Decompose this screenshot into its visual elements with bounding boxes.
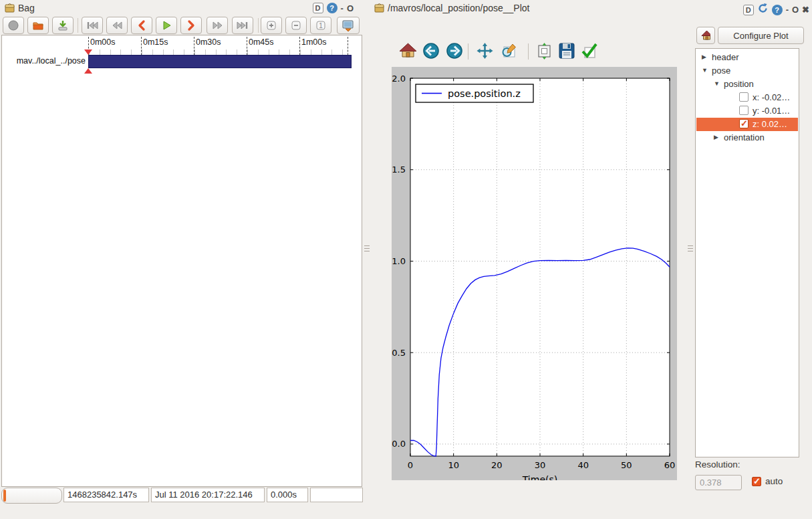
save-button[interactable]	[52, 17, 74, 34]
minimize-button[interactable]: -	[786, 5, 789, 15]
playhead-marker-top[interactable]	[84, 49, 92, 55]
splitter-handle[interactable]	[364, 245, 370, 251]
timeline-tick-label: 0m30s	[196, 37, 221, 47]
checkbox-checked[interactable]	[739, 119, 749, 128]
mpl-save-button[interactable]	[557, 41, 577, 62]
mpl-forward-button[interactable]	[444, 41, 464, 62]
plot-figure[interactable]: 01020304050600.00.51.01.52.0Time(s)pose.…	[392, 67, 677, 480]
thumbnails-icon	[342, 19, 355, 32]
configure-plot-button[interactable]: Configure Plot	[718, 27, 804, 44]
save-floppy-icon	[558, 42, 575, 60]
play-button[interactable]	[156, 17, 177, 34]
playhead-marker-bottom[interactable]	[84, 68, 92, 74]
plot-titlebar: /mavros/local_position/pose__Plot D ? - …	[370, 0, 812, 16]
fast-forward-icon	[211, 19, 224, 31]
skip-to-start-button[interactable]	[82, 17, 103, 34]
plot-window: /mavros/local_position/pose__Plot D ? - …	[370, 0, 812, 505]
rewind-button[interactable]	[106, 17, 128, 34]
fast-forward-button[interactable]	[207, 17, 228, 34]
tree-item-position[interactable]: ▼ position	[696, 78, 798, 91]
timeline-minor-ticks	[89, 49, 351, 55]
zoom-out-button[interactable]	[285, 17, 307, 34]
svg-text:0.0: 0.0	[392, 439, 406, 449]
mpl-home-button[interactable]	[398, 41, 418, 62]
step-back-button[interactable]	[131, 17, 152, 34]
checkbox-unchecked[interactable]	[739, 106, 749, 115]
tree-item-position-x[interactable]: x: -0.02…	[696, 91, 798, 104]
checkbox-unchecked[interactable]	[739, 92, 749, 102]
svg-text:10: 10	[448, 460, 459, 470]
mpl-pan-button[interactable]	[475, 41, 495, 62]
record-icon	[7, 19, 19, 31]
mpl-zoom-rect-button[interactable]	[499, 41, 519, 62]
chevron-right-icon[interactable]: ▶	[714, 134, 718, 140]
tree-item-orientation[interactable]: ▶ orientation	[696, 131, 798, 144]
toolbar-separator	[258, 18, 259, 33]
chevron-down-icon[interactable]: ▼	[702, 67, 708, 74]
zoom-out-icon	[290, 19, 302, 31]
step-forward-button[interactable]	[180, 17, 202, 34]
open-button[interactable]	[27, 17, 49, 34]
chevron-right-icon[interactable]: ▶	[702, 54, 706, 60]
record-button[interactable]	[3, 17, 24, 34]
timeline-tick-label: 1m00s	[301, 37, 327, 47]
save-export-icon	[57, 19, 69, 31]
home-icon	[701, 30, 710, 41]
chevron-left-icon	[136, 19, 148, 31]
timeline-tick-label: 0m45s	[249, 37, 274, 47]
back-arrow-icon	[422, 42, 440, 60]
timeline-tick-label: 0m00s	[90, 37, 116, 47]
skip-to-end-button[interactable]	[232, 17, 253, 34]
forward-arrow-icon	[446, 42, 464, 60]
minimize-button[interactable]: -	[341, 3, 344, 13]
line-chart[interactable]: 01020304050600.00.51.01.52.0Time(s)pose.…	[392, 67, 677, 480]
svg-text:50: 50	[621, 460, 632, 470]
window-title: /mavros/local_position/pose__Plot	[388, 3, 529, 13]
toggle-thumbnails-button[interactable]	[337, 17, 360, 34]
svg-text:2.0: 2.0	[392, 74, 406, 84]
play-icon	[160, 19, 172, 31]
tree-item-header[interactable]: ▶ header	[696, 51, 798, 64]
status-bag-time: 1468235842.147s	[63, 488, 149, 502]
timeline[interactable]: 0m00s 0m15s 0m30s 0m45s 1m00s mav../loca…	[1, 35, 362, 487]
skip-to-start-icon	[86, 19, 99, 31]
svg-text:0.5: 0.5	[392, 348, 406, 358]
timeline-tick-label: 0m15s	[143, 37, 168, 47]
toolbar-separator	[78, 18, 78, 33]
pan-move-icon	[476, 42, 494, 60]
mpl-subplots-button[interactable]	[534, 41, 554, 62]
home-icon	[399, 42, 417, 60]
maximize-button[interactable]: O	[792, 5, 799, 15]
chevron-right-icon	[185, 19, 197, 31]
splitter-handle[interactable]	[688, 245, 693, 251]
bag-statusbar: 1468235842.147s Jul 11 2016 20:17:22.146…	[0, 488, 364, 504]
auto-checkbox[interactable]	[752, 477, 761, 486]
svg-text:20: 20	[491, 460, 503, 470]
configure-subplots-icon	[535, 42, 553, 60]
mpl-back-button[interactable]	[421, 41, 441, 62]
tree-item-pose[interactable]: ▼ pose	[696, 64, 798, 78]
resolution-input[interactable]	[695, 475, 742, 490]
topic-message-bar[interactable]	[88, 55, 352, 68]
dock-button[interactable]: D	[743, 5, 754, 15]
sidebar-home-button[interactable]	[696, 27, 715, 44]
toolbar-separator	[528, 43, 529, 60]
bag-icon	[374, 2, 385, 16]
zoom-reset-button[interactable]: 1	[310, 17, 331, 34]
tree-item-position-y[interactable]: y: -0.01…	[696, 104, 798, 118]
zoom-in-icon	[265, 19, 277, 31]
progress-bar	[1, 488, 62, 504]
help-button[interactable]: ?	[327, 3, 337, 13]
close-button[interactable]: ✖	[802, 5, 809, 15]
chevron-down-icon[interactable]: ▼	[714, 80, 720, 87]
dock-button[interactable]: D	[313, 3, 323, 13]
window-title: Bag	[18, 3, 35, 13]
mpl-autoscale-button[interactable]	[579, 41, 599, 62]
svg-text:40: 40	[577, 460, 589, 470]
svg-text:1.0: 1.0	[392, 256, 406, 266]
reload-button[interactable]	[757, 3, 769, 17]
zoom-in-button[interactable]	[261, 17, 282, 34]
tree-item-position-z[interactable]: z: 0.02…	[696, 118, 798, 131]
help-button[interactable]: ?	[772, 5, 783, 15]
maximize-button[interactable]: O	[347, 3, 354, 13]
